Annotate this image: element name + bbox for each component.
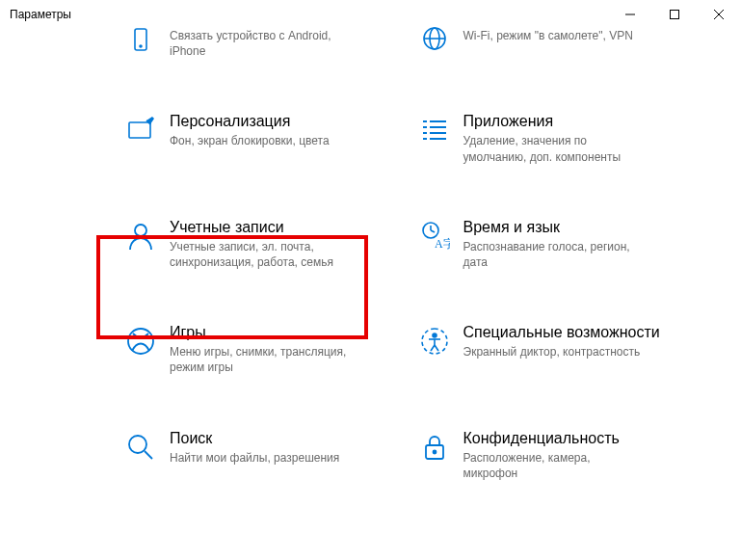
tile-apps[interactable]: Приложения Удаление, значения по умолчан… [419, 113, 694, 164]
tile-title: Персонализация [170, 113, 330, 130]
ease-of-access-icon [419, 326, 450, 357]
paintbrush-icon [125, 115, 156, 146]
tile-title: Приложения [463, 113, 647, 130]
tile-desc: Распознавание голоса, регион, дата [463, 239, 647, 270]
svg-line-22 [431, 230, 435, 232]
xbox-icon [125, 326, 156, 357]
tile-desc: Меню игры, снимки, трансляция, режим игр… [170, 344, 353, 375]
tile-time-language[interactable]: A字 Время и язык Распознавание голоса, ре… [419, 219, 694, 270]
tile-desc: Wi-Fi, режим "в самолете", VPN [463, 28, 633, 43]
tile-text: Wi-Fi, режим "в самолете", VPN [463, 25, 633, 43]
tile-gaming[interactable]: Игры Меню игры, снимки, трансляция, режи… [125, 324, 400, 375]
tile-title: Поиск [170, 430, 339, 447]
lock-icon [419, 432, 450, 463]
apps-list-icon [419, 115, 450, 146]
tile-text: Учетные записи Учетные записи, эл. почта… [170, 219, 353, 270]
window-title: Параметры [10, 8, 71, 21]
tile-network[interactable]: Wi-Fi, режим "в самолете", VPN [419, 25, 694, 59]
tile-desc: Учетные записи, эл. почта, синхронизация… [170, 239, 353, 270]
tile-personalization[interactable]: Персонализация Фон, экран блокировки, цв… [125, 113, 400, 164]
tile-search[interactable]: Поиск Найти мои файлы, разрешения [125, 430, 400, 481]
tile-title: Специальные возможности [463, 324, 660, 341]
close-button[interactable] [697, 0, 741, 29]
phone-icon [125, 27, 156, 58]
tile-text: Игры Меню игры, снимки, трансляция, режи… [170, 324, 353, 375]
svg-line-28 [431, 345, 435, 351]
settings-content: Связать устройство с Android, iPhone Wi-… [0, 29, 741, 560]
svg-rect-1 [671, 11, 679, 19]
svg-point-33 [433, 450, 436, 453]
svg-rect-9 [129, 122, 150, 138]
search-icon [125, 432, 156, 463]
tile-text: Поиск Найти мои файлы, разрешения [170, 430, 339, 466]
tile-title: Время и язык [463, 219, 647, 236]
tile-title: Игры [170, 324, 353, 341]
time-language-icon: A字 [419, 221, 450, 252]
person-icon [125, 221, 156, 252]
settings-grid: Связать устройство с Android, iPhone Wi-… [125, 25, 693, 481]
tile-desc: Удаление, значения по умолчанию, доп. ко… [463, 133, 647, 164]
tile-text: Конфиденциальность Расположение, камера,… [463, 430, 647, 481]
svg-point-19 [135, 225, 146, 236]
tile-desc: Найти мои файлы, разрешения [170, 450, 339, 466]
tile-desc: Расположение, камера, микрофон [463, 450, 647, 481]
tile-text: Персонализация Фон, экран блокировки, цв… [170, 113, 330, 148]
tile-text: Время и язык Распознавание голоса, регио… [463, 219, 647, 270]
tile-accounts[interactable]: Учетные записи Учетные записи, эл. почта… [125, 219, 400, 270]
tile-title: Учетные записи [170, 219, 353, 236]
svg-point-30 [129, 436, 146, 453]
globe-icon [419, 27, 450, 58]
svg-point-5 [140, 45, 142, 47]
tile-title: Конфиденциальность [463, 430, 647, 447]
tile-desc: Фон, экран блокировки, цвета [170, 133, 330, 148]
tile-text: Приложения Удаление, значения по умолчан… [463, 113, 647, 164]
svg-point-25 [433, 333, 437, 337]
tile-desc: Связать устройство с Android, iPhone [170, 28, 353, 59]
svg-text:A字: A字 [435, 237, 450, 251]
tile-text: Связать устройство с Android, iPhone [170, 25, 353, 59]
svg-line-29 [435, 345, 438, 351]
tile-ease-of-access[interactable]: Специальные возможности Экранный диктор,… [419, 324, 694, 375]
svg-line-31 [145, 451, 152, 459]
tile-text: Специальные возможности Экранный диктор,… [463, 324, 660, 360]
tile-phone[interactable]: Связать устройство с Android, iPhone [125, 25, 400, 59]
tile-desc: Экранный диктор, контрастность [463, 344, 647, 360]
tile-privacy[interactable]: Конфиденциальность Расположение, камера,… [419, 430, 694, 481]
